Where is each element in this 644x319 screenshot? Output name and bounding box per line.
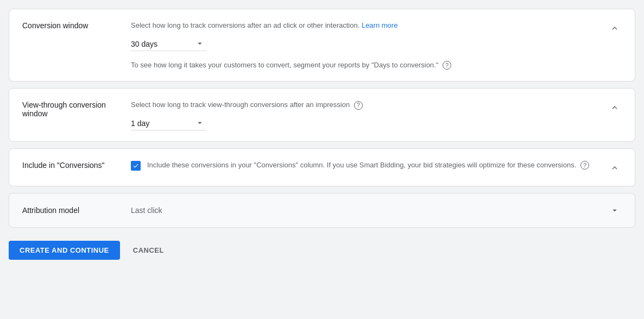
learn-more-link[interactable]: Learn more	[362, 21, 397, 29]
include-conversions-label: Include in "Conversions"	[22, 160, 131, 170]
view-through-window-card: View-through conversion window Select ho…	[9, 88, 635, 142]
conversion-window-select-wrapper: 1 day 7 days 14 days 30 days 60 days 90 …	[131, 37, 207, 51]
view-through-window-label: View-through conversion window	[22, 99, 131, 118]
include-conversions-checkbox-row: Include these conversions in your "Conve…	[131, 160, 608, 171]
attribution-model-value: Last click	[131, 206, 608, 215]
include-conversions-collapse-button[interactable]	[608, 161, 622, 175]
actions-row: CREATE AND CONTINUE CANCEL	[9, 239, 635, 262]
include-conversions-card: Include in "Conversions" Include these c…	[9, 148, 635, 186]
attribution-model-label: Attribution model	[22, 206, 131, 215]
view-through-select-wrapper: 1 day 2 days 3 days 7 days 14 days 30 da…	[131, 117, 207, 130]
view-through-window-description: Select how long to track view-through co…	[131, 99, 608, 110]
view-through-collapse-button[interactable]	[608, 101, 622, 115]
conversion-window-select[interactable]: 1 day 7 days 14 days 30 days 60 days 90 …	[131, 37, 207, 51]
note-question-icon[interactable]: ?	[443, 61, 451, 70]
include-conversions-checkbox-wrapper	[131, 161, 141, 171]
attribution-model-card: Attribution model Last click	[9, 193, 635, 228]
conversion-window-label: Conversion window	[22, 20, 131, 30]
conversion-window-description: Select how long to track conversions aft…	[131, 20, 608, 31]
conversion-window-collapse-button[interactable]	[608, 21, 622, 35]
include-conversions-content: Include these conversions in your "Conve…	[131, 160, 608, 171]
create-and-continue-button[interactable]: CREATE AND CONTINUE	[9, 241, 120, 260]
view-through-window-content: Select how long to track view-through co…	[131, 99, 608, 130]
cancel-button[interactable]: CANCEL	[124, 241, 173, 260]
include-conversions-question-icon[interactable]: ?	[580, 161, 589, 170]
conversion-window-note: To see how long it takes your customers …	[131, 60, 608, 71]
conversion-window-content: Select how long to track conversions aft…	[131, 20, 608, 70]
attribution-model-expand-button[interactable]	[608, 203, 622, 217]
attribution-model-row: Attribution model Last click	[9, 193, 635, 227]
include-conversions-checkbox[interactable]	[131, 161, 141, 171]
view-through-question-icon[interactable]: ?	[354, 101, 363, 110]
conversion-window-card: Conversion window Select how long to tra…	[9, 9, 635, 82]
include-conversions-text: Include these conversions in your "Conve…	[147, 160, 589, 171]
view-through-select[interactable]: 1 day 2 days 3 days 7 days 14 days 30 da…	[131, 117, 207, 130]
